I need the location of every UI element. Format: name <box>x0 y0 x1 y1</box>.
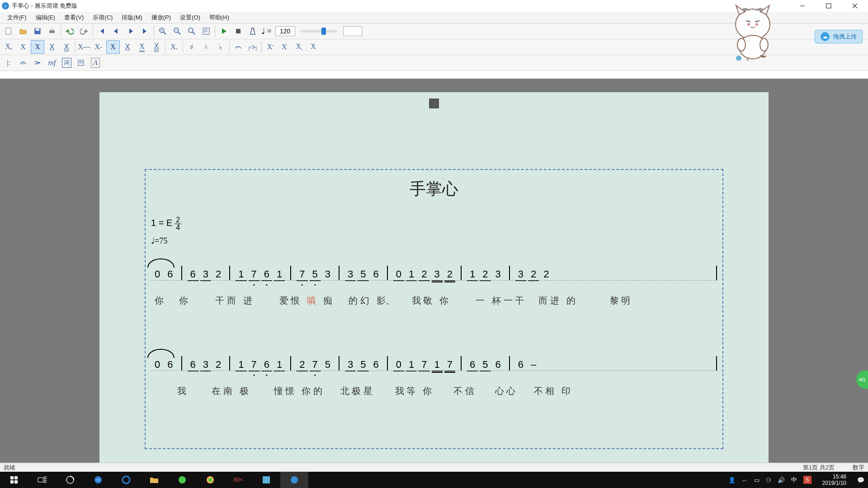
svg-rect-37 <box>14 476 18 479</box>
menu-edit[interactable]: 编辑(E) <box>31 13 60 23</box>
undo-button[interactable] <box>63 24 76 38</box>
oct-up1[interactable]: X• <box>264 40 277 54</box>
note-dur-1[interactable]: X• <box>2 40 15 54</box>
fermata-button[interactable] <box>16 56 30 70</box>
oct-down1[interactable]: X• <box>292 40 306 54</box>
lyrics-button[interactable]: 词 <box>60 56 73 70</box>
cloud-icon: ☁ <box>821 32 830 41</box>
score-page[interactable]: 手掌心 1 = E 24 ♩=75 06 632 1761 753 356 01… <box>99 92 769 463</box>
task-app-3[interactable] <box>196 472 224 488</box>
flat-button[interactable]: ♭ <box>214 40 227 54</box>
close-button[interactable] <box>842 0 868 12</box>
search-input[interactable] <box>343 26 362 36</box>
tempo-input[interactable] <box>275 26 295 36</box>
crescendo-button[interactable] <box>31 56 44 70</box>
note-dur-2[interactable]: X <box>16 40 30 54</box>
first-button[interactable] <box>95 24 108 38</box>
redo-button[interactable] <box>77 24 91 38</box>
task-current-app[interactable] <box>280 472 308 488</box>
svg-rect-38 <box>10 480 14 483</box>
svg-rect-20 <box>236 29 241 33</box>
next-button[interactable] <box>124 24 137 38</box>
natural-button[interactable]: ♮ <box>199 40 213 54</box>
taskview-button[interactable] <box>28 472 56 488</box>
note-dot[interactable]: X. <box>167 40 181 54</box>
svg-rect-6 <box>36 28 39 31</box>
tempo-slider[interactable] <box>301 30 337 33</box>
tray-chevron-icon[interactable]: ︿ <box>742 476 748 484</box>
task-explorer[interactable] <box>140 472 168 488</box>
svg-rect-8 <box>50 28 54 30</box>
font-button[interactable]: A <box>89 56 102 70</box>
task-app-1[interactable] <box>56 472 84 488</box>
task-edge[interactable] <box>112 472 140 488</box>
document-area[interactable]: 手掌心 1 = E 24 ♩=75 06 632 1761 753 356 01… <box>0 79 868 472</box>
svg-point-45 <box>123 476 130 483</box>
zoom-out-button[interactable] <box>170 24 184 38</box>
tie-button[interactable] <box>231 40 245 54</box>
menu-settings[interactable]: 设置(O) <box>175 13 205 23</box>
oct-down2[interactable]: X: <box>307 40 321 54</box>
zoom-in-button[interactable] <box>156 24 170 38</box>
metronome-button[interactable] <box>246 24 259 38</box>
note-plain[interactable]: X <box>106 40 120 54</box>
task-app-4[interactable]: 80< <box>224 472 252 488</box>
task-app-2[interactable] <box>168 472 196 488</box>
note-dashed[interactable]: X- <box>92 40 105 54</box>
menu-file[interactable]: 文件(F) <box>3 13 31 23</box>
battery-icon[interactable]: ▭ <box>754 477 760 483</box>
new-button[interactable] <box>2 24 15 38</box>
save-button[interactable] <box>31 24 44 38</box>
note-under1[interactable]: X <box>121 40 134 54</box>
note-dash[interactable]: X--- <box>77 40 91 54</box>
stop-button[interactable] <box>231 24 245 38</box>
ime-zh[interactable]: 中 <box>791 476 797 484</box>
toolbar-notes: X• X X X X X--- X- X X X X X. ♯ ♮ ♭ ┌3┐ … <box>0 39 868 55</box>
maximize-button[interactable] <box>816 0 842 12</box>
svg-point-48 <box>208 478 212 482</box>
zoom-page-button[interactable] <box>199 24 213 38</box>
staff-line-1[interactable]: 06 632 1761 753 356 01232 123 322 你你干 而进… <box>151 263 717 317</box>
note-under3[interactable]: X <box>150 40 163 54</box>
staff-line-2[interactable]: 06 632 1761 275 356 01717 656 6– 我在 南极 憧… <box>151 353 717 408</box>
barline-button[interactable]: |: <box>2 56 15 70</box>
svg-rect-40 <box>38 478 43 482</box>
volume-icon[interactable]: 🔊 <box>778 477 785 483</box>
menu-score[interactable]: 乐谱(C) <box>88 13 117 23</box>
note-dur-3[interactable]: X <box>31 40 44 54</box>
dynamics-button[interactable]: mf <box>45 56 59 70</box>
note-dur-5[interactable]: X <box>60 40 73 54</box>
prev-button[interactable] <box>109 24 123 38</box>
sharp-button[interactable]: ♯ <box>185 40 198 54</box>
menu-layout[interactable]: 排版(M) <box>117 13 147 23</box>
minimize-button[interactable] <box>789 0 816 12</box>
open-button[interactable] <box>16 24 30 38</box>
task-app-5[interactable] <box>252 472 280 488</box>
zoom-fit-button[interactable] <box>185 24 198 38</box>
score-title[interactable]: 手掌心 <box>151 178 717 200</box>
last-button[interactable] <box>138 24 152 38</box>
tempo-note-icon: ♩ = <box>261 26 272 36</box>
note-dur-4[interactable]: X <box>45 40 59 54</box>
tempo-marking[interactable]: ♩=75 <box>151 236 717 246</box>
people-icon[interactable]: 👤 <box>728 477 736 483</box>
taskbar-clock[interactable]: 15:48 2019/1/10 <box>818 474 851 487</box>
key-signature[interactable]: 1 = E 24 <box>151 216 717 231</box>
menu-help[interactable]: 帮助(H) <box>205 13 234 23</box>
upload-button[interactable]: ☁ 拖拽上传 <box>815 30 863 43</box>
play-button[interactable] <box>217 24 231 38</box>
menu-view[interactable]: 查看(V) <box>60 13 88 23</box>
wifi-icon[interactable]: ⚆ <box>766 477 771 483</box>
start-button[interactable] <box>0 472 28 488</box>
tuplet-button[interactable]: ┌3┐ <box>246 40 259 54</box>
text-button[interactable] <box>74 56 88 70</box>
print-button[interactable] <box>45 24 59 38</box>
svg-point-22 <box>23 63 24 64</box>
svg-line-14 <box>178 32 180 34</box>
ime-sogou[interactable]: S <box>803 476 811 484</box>
task-ie[interactable] <box>84 472 112 488</box>
menu-play[interactable]: 播放(P) <box>147 13 175 23</box>
oct-up2[interactable]: X: <box>278 40 292 54</box>
notifications-icon[interactable]: 💬 <box>857 477 864 483</box>
note-under2[interactable]: X <box>135 40 149 54</box>
